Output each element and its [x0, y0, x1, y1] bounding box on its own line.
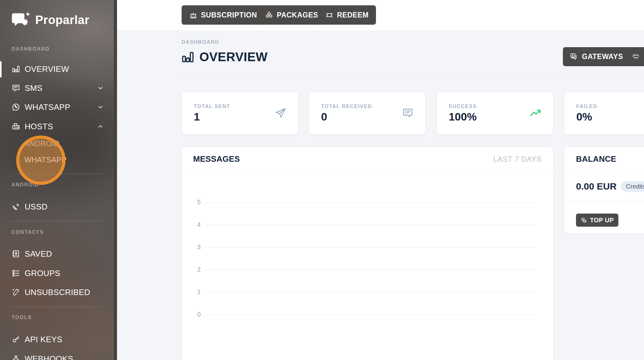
coins-icon: [581, 217, 587, 224]
header-divider: [182, 76, 644, 76]
address-book-icon: [12, 249, 20, 258]
sidebar-section-dashboard: DASHBOARD: [12, 46, 50, 52]
page-title: OVERVIEW: [199, 50, 268, 64]
chart-gridline: 0: [204, 315, 536, 315]
stat-label: TOTAL RECEIVED: [321, 104, 372, 109]
brand-logo[interactable]: Proparlar: [11, 11, 89, 29]
sidebar-item-saved[interactable]: SAVED: [0, 246, 114, 262]
crown-icon: [189, 11, 198, 19]
sidebar-divider: [12, 221, 102, 221]
messages-panel-range: LAST 7 DAYS: [493, 155, 542, 164]
stat-value: 1: [194, 111, 200, 123]
balance-panel-header: BALANCE: [564, 147, 644, 171]
click-highlight-annotation: [16, 136, 66, 185]
chart-gridline: 1: [204, 292, 536, 293]
handshake-icon: [632, 52, 641, 61]
stat-card-total-sent: TOTAL SENT 1: [182, 92, 298, 134]
stat-value: 0%: [576, 111, 592, 123]
balance-panel-title: BALANCE: [576, 154, 616, 164]
subscription-button[interactable]: SUBSCRIPTION: [182, 5, 265, 25]
sidebar-item-label: OVERVIEW: [25, 64, 69, 74]
sidebar-item-label: UNSUBSCRIBED: [25, 288, 90, 297]
sidebar-divider: [12, 307, 102, 307]
sidebar-item-label: GROUPS: [25, 269, 60, 278]
sidebar-item-hosts[interactable]: HOSTS: [0, 119, 114, 134]
fax-device-icon: [12, 122, 20, 131]
brand-name: Proparlar: [35, 13, 89, 27]
stat-card-success: SUCCESS 100%: [437, 92, 553, 134]
stat-card-failed: FAILED 0%: [564, 92, 644, 134]
chat-dollar-icon: $: [570, 52, 578, 61]
sidebar-section-contacts: CONTACTS: [12, 229, 44, 235]
stat-label: TOTAL SENT: [194, 104, 230, 109]
redeem-button[interactable]: REDEEM: [318, 5, 376, 25]
stat-label: FAILED: [576, 104, 598, 109]
y-axis-tick: 5: [188, 198, 201, 205]
gateways-button[interactable]: $ GATEWAYS: [563, 47, 630, 66]
sidebar-item-api-keys[interactable]: API KEYS: [0, 332, 114, 347]
y-axis-tick: 1: [188, 288, 201, 295]
chart-gridline: 5: [204, 202, 536, 203]
sidebar-scrollbar[interactable]: [114, 0, 117, 360]
messages-panel-header: MESSAGES LAST 7 DAYS: [182, 147, 553, 171]
key-icon: [12, 335, 20, 344]
sidebar-item-overview[interactable]: OVERVIEW: [0, 61, 114, 77]
sidebar-item-groups[interactable]: GROUPS: [0, 265, 114, 281]
credits-badge: Credits: [621, 181, 644, 192]
cubes-icon: [265, 11, 273, 19]
chart-gridline: 2: [204, 270, 536, 270]
chevron-down-icon: [97, 104, 104, 111]
stat-value: 0: [321, 111, 327, 123]
chat-bubble-logo-icon: [11, 11, 31, 29]
sidebar-item-label: API KEYS: [25, 335, 62, 344]
chevron-up-icon: [97, 123, 104, 130]
balance-amount: 0.00 EUR: [576, 181, 617, 192]
redeem-button-label: REDEEM: [337, 11, 368, 19]
stat-card-total-received: TOTAL RECEIVED 0: [309, 92, 425, 134]
page-title-row: OVERVIEW: [181, 50, 268, 64]
sidebar: Proparlar DASHBOARD OVERVIEW SMS WHATSAP…: [0, 0, 114, 360]
ticket-icon: [325, 11, 334, 19]
messages-panel-title: MESSAGES: [193, 154, 240, 164]
gateways-button-label: GATEWAYS: [582, 52, 623, 61]
messages-panel: MESSAGES LAST 7 DAYS 5 4 3 2 1 0: [182, 147, 553, 360]
sidebar-item-label: USSD: [25, 202, 47, 212]
list-icon: [12, 269, 20, 278]
bar-chart-icon: [12, 65, 20, 73]
partner-button-clipped[interactable]: P: [625, 47, 644, 66]
topbar: SUBSCRIPTION PACKAGES REDEEM: [117, 0, 644, 31]
satellite-dish-icon: [12, 202, 20, 211]
breadcrumb: DASHBOARD: [182, 39, 219, 45]
y-axis-tick: 0: [188, 311, 201, 318]
paper-plane-icon: [274, 107, 287, 119]
top-up-button[interactable]: TOP UP: [576, 214, 618, 227]
sms-message-icon: [12, 84, 20, 92]
top-up-button-label: TOP UP: [590, 217, 614, 224]
sidebar-item-whatsapp[interactable]: WHATSAPP: [0, 99, 114, 115]
sidebar-item-label: SAVED: [25, 249, 52, 259]
sidebar-item-label: WHATSAPP: [25, 102, 70, 112]
packages-button[interactable]: PACKAGES: [257, 5, 326, 25]
y-axis-tick: 4: [188, 221, 201, 228]
sidebar-item-webhooks[interactable]: WEBHOOKS: [0, 351, 114, 360]
chart-gridline: 3: [204, 247, 536, 248]
stat-label: SUCCESS: [449, 104, 477, 109]
packages-button-label: PACKAGES: [277, 11, 318, 19]
sidebar-item-label: HOSTS: [25, 122, 53, 131]
balance-body: 0.00 EUR Credits: [564, 172, 644, 201]
y-axis-tick: 3: [188, 243, 201, 250]
svg-text:$: $: [572, 54, 574, 57]
app-window: Proparlar DASHBOARD OVERVIEW SMS WHATSAP…: [0, 0, 644, 360]
chart-gridline: 4: [204, 225, 536, 225]
broken-link-icon: [12, 288, 20, 297]
sidebar-item-unsubscribed[interactable]: UNSUBSCRIBED: [0, 284, 114, 300]
whatsapp-icon: [12, 103, 20, 111]
sidebar-item-ussd[interactable]: USSD: [0, 199, 114, 215]
sidebar-item-sms[interactable]: SMS: [0, 80, 114, 96]
trend-up-icon: [529, 107, 542, 119]
y-axis-tick: 2: [188, 266, 201, 273]
sidebar-section-tools: TOOLS: [12, 315, 32, 320]
chat-lines-icon: [402, 107, 414, 119]
stat-value: 100%: [449, 111, 477, 123]
subscription-button-label: SUBSCRIPTION: [201, 11, 257, 19]
